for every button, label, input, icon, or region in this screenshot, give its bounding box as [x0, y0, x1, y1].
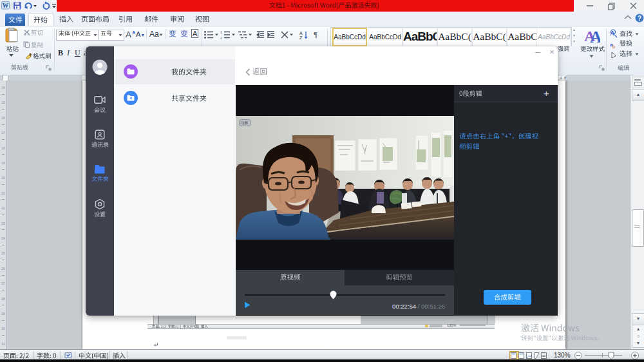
svg-text:¶: ¶: [314, 31, 317, 39]
svg-text:A: A: [590, 28, 600, 44]
svg-text:Z: Z: [299, 35, 303, 39]
svg-text:W: W: [3, 3, 9, 9]
svg-text:A: A: [299, 31, 303, 35]
svg-text:?: ?: [638, 15, 641, 22]
svg-text:1: 1: [220, 30, 222, 34]
svg-text:2: 2: [220, 36, 222, 40]
svg-text:b: b: [612, 44, 615, 50]
